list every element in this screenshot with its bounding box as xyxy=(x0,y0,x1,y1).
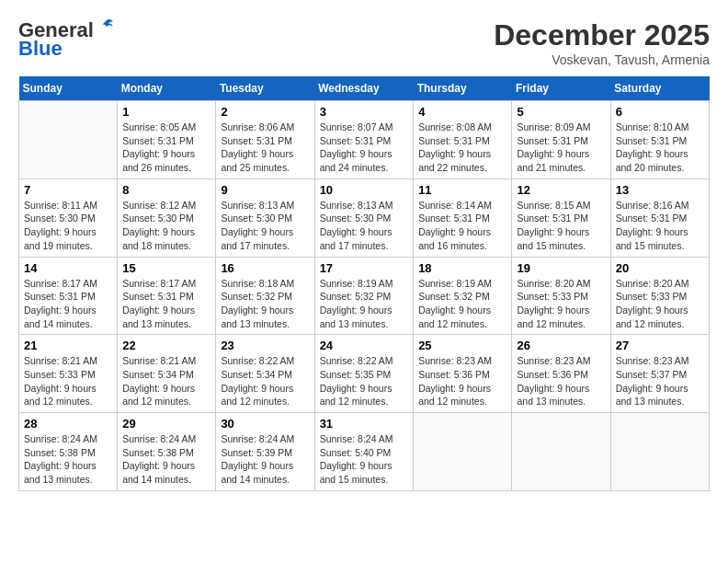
day-number: 3 xyxy=(320,105,409,119)
day-info: Sunrise: 8:10 AMSunset: 5:31 PMDaylight:… xyxy=(616,121,704,175)
day-number: 1 xyxy=(122,105,210,119)
weekday-header-monday: Monday xyxy=(118,76,216,101)
calendar-cell: 17Sunrise: 8:19 AMSunset: 5:32 PMDayligh… xyxy=(314,257,414,335)
day-info: Sunrise: 8:22 AMSunset: 5:35 PMDaylight:… xyxy=(320,354,409,408)
calendar-cell: 16Sunrise: 8:18 AMSunset: 5:32 PMDayligh… xyxy=(216,257,314,335)
calendar-cell: 5Sunrise: 8:09 AMSunset: 5:31 PMDaylight… xyxy=(512,101,610,179)
day-info: Sunrise: 8:20 AMSunset: 5:33 PMDaylight:… xyxy=(517,277,605,331)
calendar-week-3: 14Sunrise: 8:17 AMSunset: 5:31 PMDayligh… xyxy=(19,257,710,335)
calendar-cell: 29Sunrise: 8:24 AMSunset: 5:38 PMDayligh… xyxy=(118,413,216,491)
calendar-cell: 23Sunrise: 8:22 AMSunset: 5:34 PMDayligh… xyxy=(216,335,314,413)
day-info: Sunrise: 8:23 AMSunset: 5:36 PMDaylight:… xyxy=(418,354,506,408)
day-info: Sunrise: 8:23 AMSunset: 5:36 PMDaylight:… xyxy=(517,354,605,408)
day-number: 29 xyxy=(122,417,210,431)
day-info: Sunrise: 8:13 AMSunset: 5:30 PMDaylight:… xyxy=(320,199,409,253)
day-info: Sunrise: 8:07 AMSunset: 5:31 PMDaylight:… xyxy=(320,121,409,175)
day-number: 6 xyxy=(616,105,704,119)
calendar-week-4: 21Sunrise: 8:21 AMSunset: 5:33 PMDayligh… xyxy=(19,335,710,413)
day-number: 13 xyxy=(616,183,704,197)
day-number: 7 xyxy=(24,183,112,197)
calendar-cell: 2Sunrise: 8:06 AMSunset: 5:31 PMDaylight… xyxy=(216,101,314,179)
weekday-header-tuesday: Tuesday xyxy=(216,76,314,101)
calendar-cell: 20Sunrise: 8:20 AMSunset: 5:33 PMDayligh… xyxy=(610,257,709,335)
day-number: 27 xyxy=(616,339,704,352)
calendar-cell: 15Sunrise: 8:17 AMSunset: 5:31 PMDayligh… xyxy=(118,257,216,335)
day-number: 2 xyxy=(221,105,309,119)
day-number: 5 xyxy=(517,105,605,119)
calendar-week-2: 7Sunrise: 8:11 AMSunset: 5:30 PMDaylight… xyxy=(19,178,710,257)
calendar-table: SundayMondayTuesdayWednesdayThursdayFrid… xyxy=(18,76,710,491)
calendar-cell xyxy=(414,413,512,491)
day-info: Sunrise: 8:24 AMSunset: 5:39 PMDaylight:… xyxy=(221,432,309,487)
day-info: Sunrise: 8:17 AMSunset: 5:31 PMDaylight:… xyxy=(122,277,210,331)
day-number: 26 xyxy=(517,339,605,352)
calendar-cell: 22Sunrise: 8:21 AMSunset: 5:34 PMDayligh… xyxy=(118,335,216,413)
calendar-cell: 27Sunrise: 8:23 AMSunset: 5:37 PMDayligh… xyxy=(610,335,709,413)
day-info: Sunrise: 8:11 AMSunset: 5:30 PMDaylight:… xyxy=(24,199,112,253)
day-number: 4 xyxy=(418,105,506,119)
weekday-header-saturday: Saturday xyxy=(610,76,709,101)
calendar-week-1: 1Sunrise: 8:05 AMSunset: 5:31 PMDaylight… xyxy=(19,101,710,179)
calendar-cell: 24Sunrise: 8:22 AMSunset: 5:35 PMDayligh… xyxy=(314,335,414,413)
day-info: Sunrise: 8:18 AMSunset: 5:32 PMDaylight:… xyxy=(221,277,309,331)
calendar-week-5: 28Sunrise: 8:24 AMSunset: 5:38 PMDayligh… xyxy=(19,413,710,491)
day-info: Sunrise: 8:05 AMSunset: 5:31 PMDaylight:… xyxy=(122,121,210,175)
day-number: 19 xyxy=(517,261,605,275)
day-number: 24 xyxy=(320,339,409,352)
day-info: Sunrise: 8:19 AMSunset: 5:32 PMDaylight:… xyxy=(320,277,409,331)
logo-blue-text: Blue xyxy=(18,37,63,61)
day-number: 18 xyxy=(418,261,506,275)
calendar-cell: 14Sunrise: 8:17 AMSunset: 5:31 PMDayligh… xyxy=(19,257,118,335)
calendar-cell: 13Sunrise: 8:16 AMSunset: 5:31 PMDayligh… xyxy=(610,178,709,257)
calendar-cell xyxy=(610,413,709,491)
day-info: Sunrise: 8:24 AMSunset: 5:38 PMDaylight:… xyxy=(24,432,112,487)
calendar-cell: 6Sunrise: 8:10 AMSunset: 5:31 PMDaylight… xyxy=(610,101,709,179)
day-number: 31 xyxy=(320,417,409,431)
day-number: 17 xyxy=(320,261,409,275)
calendar-cell: 9Sunrise: 8:13 AMSunset: 5:30 PMDaylight… xyxy=(216,178,314,257)
calendar-cell xyxy=(19,101,118,179)
weekday-header-wednesday: Wednesday xyxy=(314,76,414,101)
calendar-cell: 10Sunrise: 8:13 AMSunset: 5:30 PMDayligh… xyxy=(314,178,414,257)
day-number: 16 xyxy=(221,261,309,275)
logo-bird-icon xyxy=(96,17,116,37)
location: Voskevan, Tavush, Armenia xyxy=(494,52,710,67)
logo: General Blue xyxy=(18,18,116,61)
calendar-cell: 8Sunrise: 8:12 AMSunset: 5:30 PMDaylight… xyxy=(118,178,216,257)
calendar-cell: 31Sunrise: 8:24 AMSunset: 5:40 PMDayligh… xyxy=(314,413,414,491)
day-info: Sunrise: 8:17 AMSunset: 5:31 PMDaylight:… xyxy=(24,277,112,331)
calendar-cell: 28Sunrise: 8:24 AMSunset: 5:38 PMDayligh… xyxy=(19,413,118,491)
day-number: 10 xyxy=(320,183,409,197)
month-title: December 2025 xyxy=(494,18,710,52)
day-info: Sunrise: 8:19 AMSunset: 5:32 PMDaylight:… xyxy=(418,277,506,331)
day-number: 21 xyxy=(24,339,112,352)
day-info: Sunrise: 8:12 AMSunset: 5:30 PMDaylight:… xyxy=(122,199,210,253)
day-info: Sunrise: 8:22 AMSunset: 5:34 PMDaylight:… xyxy=(221,354,309,408)
day-info: Sunrise: 8:20 AMSunset: 5:33 PMDaylight:… xyxy=(616,277,704,331)
day-info: Sunrise: 8:09 AMSunset: 5:31 PMDaylight:… xyxy=(517,121,605,175)
day-info: Sunrise: 8:16 AMSunset: 5:31 PMDaylight:… xyxy=(616,199,704,253)
day-info: Sunrise: 8:15 AMSunset: 5:31 PMDaylight:… xyxy=(517,199,605,253)
day-number: 9 xyxy=(221,183,309,197)
day-number: 14 xyxy=(24,261,112,275)
day-info: Sunrise: 8:21 AMSunset: 5:33 PMDaylight:… xyxy=(24,354,112,408)
calendar-cell: 25Sunrise: 8:23 AMSunset: 5:36 PMDayligh… xyxy=(414,335,512,413)
day-number: 8 xyxy=(122,183,210,197)
day-number: 30 xyxy=(221,417,309,431)
day-number: 22 xyxy=(122,339,210,352)
calendar-cell: 18Sunrise: 8:19 AMSunset: 5:32 PMDayligh… xyxy=(414,257,512,335)
page-header: General Blue December 2025 Voskevan, Tav… xyxy=(18,18,710,67)
calendar-cell: 3Sunrise: 8:07 AMSunset: 5:31 PMDaylight… xyxy=(314,101,414,179)
day-number: 28 xyxy=(24,417,112,431)
day-info: Sunrise: 8:14 AMSunset: 5:31 PMDaylight:… xyxy=(418,199,506,253)
weekday-header-friday: Friday xyxy=(512,76,610,101)
calendar-cell: 7Sunrise: 8:11 AMSunset: 5:30 PMDaylight… xyxy=(19,178,118,257)
day-number: 25 xyxy=(418,339,506,352)
calendar-cell: 4Sunrise: 8:08 AMSunset: 5:31 PMDaylight… xyxy=(414,101,512,179)
calendar-cell: 30Sunrise: 8:24 AMSunset: 5:39 PMDayligh… xyxy=(216,413,314,491)
day-info: Sunrise: 8:23 AMSunset: 5:37 PMDaylight:… xyxy=(616,354,704,408)
day-info: Sunrise: 8:24 AMSunset: 5:40 PMDaylight:… xyxy=(320,432,409,487)
calendar-cell: 12Sunrise: 8:15 AMSunset: 5:31 PMDayligh… xyxy=(512,178,610,257)
weekday-header-thursday: Thursday xyxy=(414,76,512,101)
day-info: Sunrise: 8:24 AMSunset: 5:38 PMDaylight:… xyxy=(122,432,210,487)
